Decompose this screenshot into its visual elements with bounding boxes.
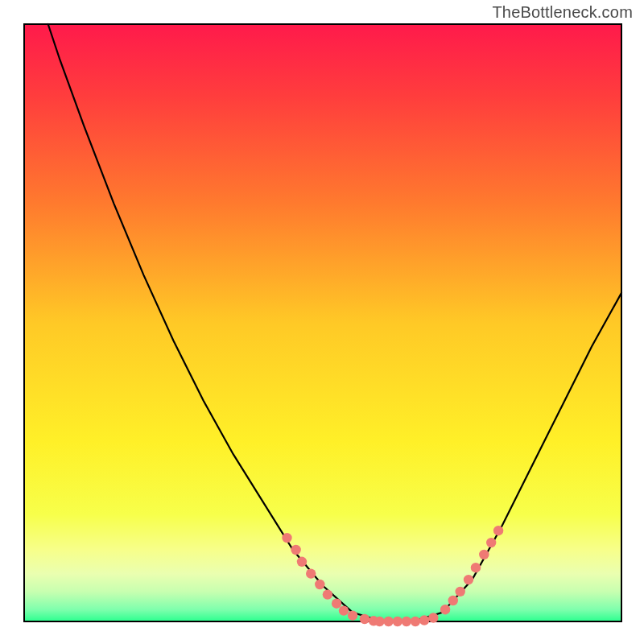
highlight-dot: [393, 617, 402, 626]
highlight-dot: [360, 614, 369, 624]
highlight-dot: [448, 596, 458, 605]
highlight-dot: [486, 538, 496, 547]
highlight-dot: [348, 610, 357, 620]
highlight-dot: [282, 533, 291, 543]
highlight-dot: [315, 580, 324, 589]
highlight-dot: [306, 568, 316, 578]
plot-background: [24, 24, 621, 621]
highlight-dot: [323, 589, 332, 599]
highlight-dot: [297, 557, 307, 567]
highlight-dot: [440, 605, 450, 614]
highlight-dot: [419, 615, 429, 625]
highlight-dot: [332, 599, 341, 609]
highlight-dot: [493, 526, 503, 535]
highlight-dot: [411, 617, 420, 626]
highlight-dot: [456, 587, 465, 597]
highlight-dot: [383, 617, 393, 626]
chart-svg: [0, 0, 644, 644]
highlight-dot: [374, 617, 384, 626]
highlight-dot: [471, 563, 481, 572]
highlight-dot: [339, 605, 349, 615]
highlight-dot: [464, 575, 473, 584]
highlight-dot: [291, 545, 300, 555]
highlight-dot: [479, 550, 489, 559]
bottleneck-chart: TheBottleneck.com: [0, 0, 644, 644]
highlight-dot: [428, 613, 438, 622]
highlight-dot: [402, 617, 411, 626]
watermark-text: TheBottleneck.com: [492, 3, 633, 22]
